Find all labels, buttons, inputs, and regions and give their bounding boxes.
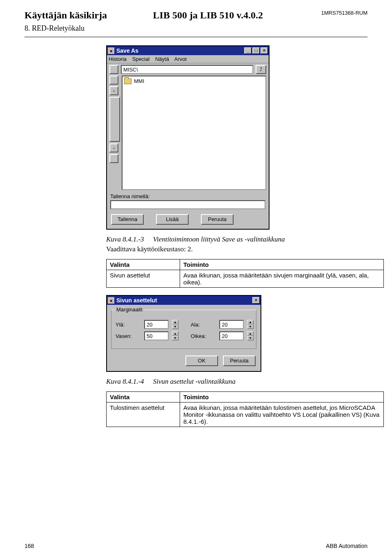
window-title: Save As: [116, 47, 244, 54]
top-input[interactable]: 20: [144, 320, 169, 329]
table-row: Sivun asettelut Avaa ikkunan, jossa määr…: [107, 270, 384, 288]
menu-historia[interactable]: Historia: [109, 56, 127, 62]
bottom-label: Ala:: [191, 322, 215, 328]
left-margin-input[interactable]: 50: [144, 331, 169, 340]
save-as-dialog: ■ Save As _ □ × Historia Special Näytä A…: [106, 45, 270, 230]
titlebar: ■ Sivun asettelut ×: [107, 296, 261, 305]
margins-group: Ylä: 20 ▲▼ Vasen: 50 ▲▼ Ala:: [111, 310, 256, 349]
side-button-1[interactable]: [109, 76, 118, 85]
page-number: 168: [24, 543, 34, 549]
scroll-down-icon[interactable]: ›: [109, 143, 118, 152]
folder-label: MMI: [134, 78, 144, 84]
page-footer: 168 ABB Automation: [24, 543, 368, 549]
save-button[interactable]: Tallenna: [111, 214, 144, 225]
up-folder-button[interactable]: ⤴: [256, 65, 266, 74]
close-button[interactable]: ×: [261, 47, 268, 54]
scroll-up-icon[interactable]: ‹: [109, 86, 118, 95]
scroll-track[interactable]: [109, 97, 120, 142]
menu-special[interactable]: Special: [132, 56, 150, 62]
brand-label: ABB Automation: [326, 543, 368, 549]
ok-button[interactable]: OK: [185, 356, 218, 366]
save-as-input[interactable]: [110, 200, 265, 209]
path-field[interactable]: MISC\: [121, 65, 253, 74]
section-heading: 8. RED-Reletyökalu: [24, 24, 368, 33]
figure-caption-1: Kuva 8.4.1.-3 Vientitoimintoon liittyvä …: [106, 235, 368, 244]
maximize-button[interactable]: □: [252, 47, 260, 54]
cancel-button[interactable]: Peruuta: [201, 214, 234, 225]
bottom-input[interactable]: 20: [219, 320, 244, 329]
right-margin-label: Oikea:: [191, 333, 215, 339]
save-as-label: Tallenna nimellä:: [107, 191, 269, 200]
app-icon: ■: [108, 47, 114, 54]
doc-id: 1MRS751368-RUM: [321, 10, 368, 16]
right-margin-input[interactable]: 20: [219, 331, 244, 340]
side-button-2[interactable]: [109, 154, 118, 163]
table-header: Valinta: [107, 259, 180, 270]
table-sivun-asettelut: Valinta Toiminto Sivun asettelut Avaa ik…: [106, 259, 384, 288]
close-button[interactable]: ×: [252, 297, 260, 304]
minimize-button[interactable]: _: [244, 47, 252, 54]
menu-nayta[interactable]: Näytä: [155, 56, 169, 62]
table-tulostimen-asettelut: Valinta Toiminto Tulostimen asettelut Av…: [106, 391, 384, 427]
access-level-note: Vaadittava käyttöoikeustaso: 2.: [106, 245, 368, 253]
table-header: Toiminto: [180, 259, 384, 270]
spin-down-icon[interactable]: ▼: [172, 324, 178, 329]
spin-up-icon[interactable]: ▲: [247, 331, 254, 336]
spin-up-icon[interactable]: ▲: [172, 331, 178, 336]
left-margin-label: Vasen:: [116, 333, 140, 339]
figure-caption-2: Kuva 8.4.1.-4 Sivun asettelut -valintaik…: [106, 378, 368, 386]
folder-icon: [124, 78, 131, 84]
table-header: Toiminto: [180, 392, 384, 402]
header-divider: [24, 37, 368, 37]
top-label: Ylä:: [116, 322, 140, 328]
spin-down-icon[interactable]: ▼: [172, 336, 178, 340]
window-title: Sivun asettelut: [116, 297, 252, 304]
titlebar: ■ Save As _ □ ×: [107, 46, 269, 55]
app-icon: ■: [108, 297, 114, 304]
cancel-button[interactable]: Peruuta: [223, 356, 256, 366]
add-button[interactable]: Lisää: [156, 214, 189, 225]
list-item[interactable]: MMI: [124, 78, 264, 84]
menu-arvot[interactable]: Arvot: [174, 56, 187, 62]
spin-down-icon[interactable]: ▼: [247, 324, 254, 329]
spin-up-icon[interactable]: ▲: [172, 320, 178, 324]
spin-up-icon[interactable]: ▲: [247, 320, 254, 324]
doc-title-center: LIB 500 ja LIB 510 v.4.0.2: [95, 10, 321, 21]
page-header: Käyttäjän käsikirja LIB 500 ja LIB 510 v…: [24, 10, 368, 21]
nav-button-left[interactable]: [109, 65, 118, 74]
spin-down-icon[interactable]: ▼: [247, 336, 254, 340]
file-list[interactable]: MMI: [122, 76, 266, 190]
menubar: Historia Special Näytä Arvot: [107, 55, 269, 63]
page-setup-dialog: ■ Sivun asettelut × Ylä: 20 ▲▼ Vase: [106, 295, 261, 372]
table-header: Valinta: [107, 392, 180, 402]
table-row: Tulostimen asettelut Avaa ikkunan, jossa…: [107, 402, 384, 427]
